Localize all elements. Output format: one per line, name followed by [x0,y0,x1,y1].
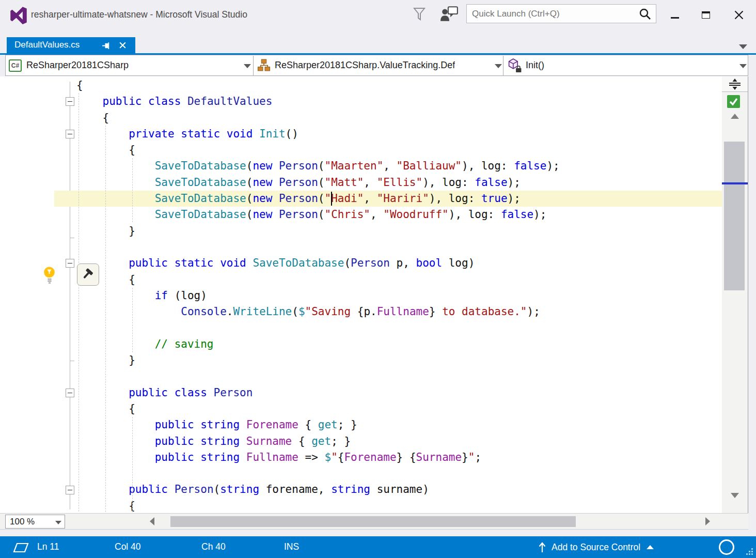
code-line[interactable]: SaveToDatabase(new Person("Maarten", "Ba… [0,158,722,174]
chevron-down-icon [55,521,61,524]
status-bar: Ln 11 Col 40 Ch 40 INS Add to Source Con… [0,536,756,558]
add-to-source-control-button[interactable]: Add to Source Control [538,536,654,558]
feedback-icon[interactable] [440,6,459,22]
status-character-number: Ch 40 [201,541,226,552]
code-line[interactable] [0,320,722,336]
tab-close-icon[interactable] [119,41,127,49]
h-scrollbar-thumb[interactable] [170,516,576,527]
splitter-icon [728,78,742,90]
minimize-icon [671,17,679,19]
chevron-down-icon [739,64,747,68]
code-line[interactable]: public Person(string forename, string su… [0,482,722,498]
navigation-bar: C# ReSharper20181CSharp ReSharper20181CS… [0,55,756,76]
notification-circle[interactable] [719,539,734,555]
code-line[interactable]: public class DefaultValues [0,94,722,110]
code-line[interactable]: { [0,142,722,158]
hammer-icon [81,268,95,282]
quick-launch-box [466,4,656,23]
code-line[interactable]: SaveToDatabase(new Person("Chris", "Wood… [0,207,722,223]
minimize-button[interactable] [666,7,684,23]
close-button[interactable] [730,7,748,23]
indent-guide [132,417,133,512]
maximize-icon [702,11,710,19]
navbar-separator [503,56,503,75]
lightbulb-icon[interactable] [42,266,56,284]
scroll-down-arrow[interactable] [731,493,739,498]
pin-icon[interactable] [102,41,111,50]
code-line[interactable] [0,466,722,482]
document-list-chevron-icon[interactable] [739,44,747,49]
text-caret [331,192,332,206]
tab-label: DefaultValues.cs [14,40,80,50]
code-line[interactable]: SaveToDatabase(new Person("Hadi", "Harir… [0,191,722,207]
collapse-region-box[interactable] [66,259,74,268]
search-icon[interactable] [639,8,652,21]
indent-guide [105,126,106,512]
quick-fix-hammer-button[interactable] [77,264,99,286]
collapse-region-box[interactable] [66,130,74,138]
indent-guide [132,158,133,222]
status-insert-mode: INS [284,541,299,552]
collapse-region-box[interactable] [66,389,74,397]
code-line[interactable]: SaveToDatabase(new Person("Matt", "Ellis… [0,175,722,191]
chevron-down-icon [495,64,502,68]
resharper-status-icon[interactable] [727,95,740,108]
horizontal-scroll-row: 100 % [0,513,748,530]
edit-mode-icon [9,542,30,553]
member-dropdown[interactable]: Init() [507,56,748,75]
code-line[interactable]: public string Surname { get; } [0,433,722,450]
type-dropdown[interactable]: ReSharper20181CSharp.ValueTracking.Def [257,56,503,75]
code-line[interactable]: Console.WriteLine($"Saving {p.Fullname} … [0,304,722,320]
code-line[interactable]: public string Forename { get; } [0,417,722,433]
vs-window: resharper-ultimate-whatsnew - Microsoft … [0,0,756,558]
code-lines: { public class DefaultValues { private s… [0,78,722,513]
status-column-number: Col 40 [115,541,141,552]
vertical-scrollbar[interactable] [722,76,748,530]
resize-grip[interactable] [751,553,753,555]
code-line[interactable]: public static void SaveToDatabase(Person… [0,255,722,271]
code-line[interactable]: if (log) [0,288,722,304]
tab-strip: DefaultValues.cs [0,31,756,53]
member-label: Init() [526,60,544,71]
code-line[interactable] [0,368,722,384]
chevron-down-icon [244,64,251,68]
source-control-label: Add to Source Control [552,542,640,553]
scroll-left-arrow[interactable] [150,517,154,525]
zoom-value: 100 % [10,517,35,527]
indent-guide [132,288,133,352]
title-bar: resharper-ultimate-whatsnew - Microsoft … [0,0,756,31]
code-line[interactable]: { [0,272,722,288]
visual-studio-logo-icon [9,6,28,25]
status-line-number: Ln 11 [37,541,59,552]
maximize-button[interactable] [697,7,715,23]
collapse-region-box[interactable] [66,486,74,494]
class-icon [257,59,271,72]
quick-launch-input[interactable] [467,5,637,23]
code-line[interactable]: // saving [0,336,722,352]
code-line[interactable]: { [0,401,722,417]
method-icon [507,58,523,73]
code-line[interactable]: private static void Init() [0,126,722,142]
code-line[interactable]: public class Person [0,385,722,401]
collapse-region-box[interactable] [66,97,74,106]
code-line[interactable]: { [0,78,722,94]
caret-position-marker [722,182,748,184]
code-line[interactable]: { [0,498,722,513]
project-dropdown[interactable]: C# ReSharper20181CSharp [9,56,250,75]
filter-icon[interactable] [412,6,427,22]
code-editor[interactable]: { public class DefaultValues { private s… [0,76,722,513]
scrollbar-thumb[interactable] [724,142,745,290]
code-line[interactable]: { [0,110,722,126]
code-line[interactable]: } [0,352,722,368]
scroll-up-arrow[interactable] [731,114,739,119]
code-line[interactable]: public string Fullname => $"{Forename} {… [0,450,722,466]
scroll-right-arrow[interactable] [705,517,710,525]
zoom-selector[interactable]: 100 % [5,515,65,529]
code-line[interactable] [0,239,722,255]
splitter-handle[interactable] [722,76,748,92]
type-label: ReSharper20181CSharp.ValueTracking.Def [275,60,455,71]
triangle-up-icon [647,545,654,549]
tab-defaultvalues[interactable]: DefaultValues.cs [7,37,135,53]
code-line[interactable]: } [0,223,722,239]
up-arrow-icon [538,541,546,553]
